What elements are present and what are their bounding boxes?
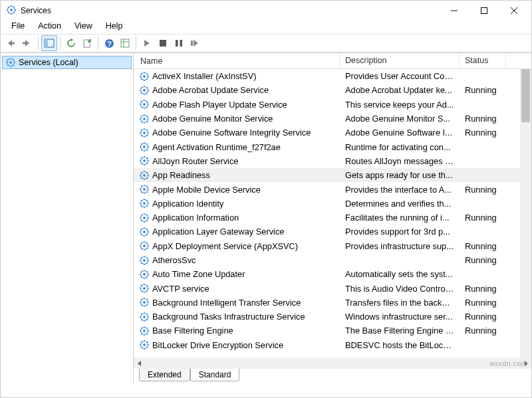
service-name-label: Adobe Genuine Software Integrity Service xyxy=(152,128,311,138)
service-desc-cell: Runtime for activating con... xyxy=(340,142,460,152)
service-name-label: Application Information xyxy=(152,213,239,223)
service-name-cell: Auto Time Zone Updater xyxy=(134,269,340,280)
column-header-name[interactable]: Name xyxy=(134,53,340,68)
service-row[interactable]: Auto Time Zone UpdaterAutomatically sets… xyxy=(134,267,531,281)
toolbar-separator xyxy=(98,37,98,50)
service-name-cell: AVCTP service xyxy=(134,283,340,294)
view-tabs: Extended Standard xyxy=(134,369,531,383)
svg-rect-21 xyxy=(121,39,129,47)
svg-text:?: ? xyxy=(107,39,112,47)
gear-icon xyxy=(139,170,150,181)
tree-root-label: Services (Local) xyxy=(19,58,78,67)
service-row[interactable]: Agent Activation Runtime_f27f2aeRuntime … xyxy=(134,140,531,153)
service-row[interactable]: Adobe Genuine Software Integrity Service… xyxy=(134,126,531,140)
pause-service-button[interactable] xyxy=(171,35,187,51)
list-header: Name Description Status xyxy=(134,53,531,69)
help-button[interactable]: ? xyxy=(101,35,117,51)
back-button[interactable] xyxy=(3,35,19,51)
service-status-cell: Running xyxy=(460,213,506,223)
service-row[interactable]: Application IdentityDetermines and verif… xyxy=(134,197,531,211)
service-name-label: AVCTP service xyxy=(152,284,209,294)
titlebar: Services xyxy=(1,1,531,21)
menu-help[interactable]: Help xyxy=(99,21,130,34)
menu-view[interactable]: View xyxy=(68,21,99,34)
show-hide-tree-button[interactable] xyxy=(41,35,57,51)
service-row[interactable]: AtherosSvcRunning xyxy=(134,253,531,267)
service-status-cell: Running xyxy=(460,128,506,138)
stop-service-button[interactable] xyxy=(155,35,171,51)
service-status-cell: Running xyxy=(460,114,506,124)
menu-file[interactable]: File xyxy=(5,21,31,34)
tab-standard[interactable]: Standard xyxy=(190,369,240,381)
service-desc-cell: Adobe Genuine Monitor S... xyxy=(340,114,460,124)
gear-icon xyxy=(139,71,150,82)
toolbar-separator xyxy=(136,37,136,50)
service-desc-cell: The Base Filtering Engine (... xyxy=(340,326,460,336)
vertical-scrollbar[interactable] xyxy=(520,69,531,357)
service-row[interactable]: Background Intelligent Transfer ServiceT… xyxy=(134,296,531,310)
restart-service-button[interactable] xyxy=(187,35,203,51)
service-row[interactable]: Adobe Flash Player Update ServiceThis se… xyxy=(134,98,531,112)
service-desc-cell: This is Audio Video Control... xyxy=(340,284,460,294)
svg-rect-17 xyxy=(45,39,48,47)
gear-icon xyxy=(139,85,150,96)
start-service-button[interactable] xyxy=(139,35,155,51)
svg-rect-14 xyxy=(11,43,15,45)
forward-button[interactable] xyxy=(19,35,35,51)
service-status-cell: Running xyxy=(460,185,506,195)
service-name-label: Adobe Genuine Monitor Service xyxy=(152,114,273,124)
service-row[interactable]: App ReadinessGets apps ready for use th.… xyxy=(134,168,531,182)
service-row[interactable]: AVCTP serviceThis is Audio Video Control… xyxy=(134,281,531,295)
tab-extended[interactable]: Extended xyxy=(139,369,190,381)
service-desc-cell: Determines and verifies th... xyxy=(340,199,460,209)
service-desc-cell: Facilitates the running of i... xyxy=(340,213,460,223)
service-name-label: Adobe Acrobat Update Service xyxy=(152,85,269,95)
gear-icon xyxy=(139,99,150,110)
maximize-button[interactable] xyxy=(469,1,499,20)
service-row[interactable]: AppX Deployment Service (AppXSVC)Provide… xyxy=(134,239,531,253)
service-row[interactable]: ActiveX Installer (AxInstSV)Provides Use… xyxy=(134,69,531,83)
service-name-cell: AtherosSvc xyxy=(134,255,340,266)
tree-root-services-local[interactable]: Services (Local) xyxy=(2,56,132,69)
scroll-left-button[interactable] xyxy=(134,357,145,369)
service-name-label: Background Intelligent Transfer Service xyxy=(152,298,301,308)
properties-button[interactable] xyxy=(117,35,133,51)
service-name-label: Agent Activation Runtime_f27f2ae xyxy=(152,142,281,152)
close-button[interactable] xyxy=(499,1,529,20)
service-row[interactable]: Adobe Genuine Monitor ServiceAdobe Genui… xyxy=(134,112,531,126)
scrollbar-thumb[interactable] xyxy=(521,69,530,122)
service-row[interactable]: Adobe Acrobat Update ServiceAdobe Acroba… xyxy=(134,83,531,97)
menu-action[interactable]: Action xyxy=(31,21,68,34)
service-name-cell: Background Tasks Infrastructure Service xyxy=(134,312,340,322)
service-desc-cell: Transfers files in the backgr... xyxy=(340,298,460,308)
service-row[interactable]: Background Tasks Infrastructure ServiceW… xyxy=(134,310,531,324)
service-row[interactable]: Application Layer Gateway ServiceProvide… xyxy=(134,225,531,239)
service-name-cell: Application Layer Gateway Service xyxy=(134,227,340,237)
service-name-label: BitLocker Drive Encryption Service xyxy=(152,340,283,350)
gear-icon xyxy=(139,255,150,266)
window-title: Services xyxy=(19,6,439,15)
service-name-cell: Base Filtering Engine xyxy=(134,326,340,336)
service-name-label: AppX Deployment Service (AppXSVC) xyxy=(152,241,298,251)
column-header-description[interactable]: Description xyxy=(340,53,460,68)
service-name-label: Background Tasks Infrastructure Service xyxy=(152,312,305,322)
service-desc-cell: BDESVC hosts the BitLock... xyxy=(340,340,460,350)
service-row[interactable]: BitLocker Drive Encryption ServiceBDESVC… xyxy=(134,338,531,352)
horizontal-scrollbar[interactable] xyxy=(134,357,531,369)
service-name-cell: Agent Activation Runtime_f27f2ae xyxy=(134,142,340,152)
column-header-status[interactable]: Status xyxy=(460,53,506,68)
service-name-label: Application Identity xyxy=(152,199,223,209)
service-name-cell: Application Information xyxy=(134,213,340,223)
service-desc-cell: This service keeps your Ad... xyxy=(340,100,460,110)
service-desc-cell: Automatically sets the syst... xyxy=(340,269,460,279)
service-desc-cell: Provides infrastructure sup... xyxy=(340,241,460,251)
export-list-button[interactable] xyxy=(79,35,95,51)
service-row[interactable]: AllJoyn Router ServiceRoutes AllJoyn mes… xyxy=(134,154,531,168)
minimize-button[interactable] xyxy=(439,1,469,20)
service-row[interactable]: Application InformationFacilitates the r… xyxy=(134,211,531,225)
service-row[interactable]: Apple Mobile Device ServiceProvides the … xyxy=(134,182,531,196)
refresh-button[interactable] xyxy=(63,35,79,51)
service-desc-cell: Provides the interface to A... xyxy=(340,185,460,195)
service-row[interactable]: Base Filtering EngineThe Base Filtering … xyxy=(134,324,531,338)
svg-rect-11 xyxy=(481,8,487,14)
